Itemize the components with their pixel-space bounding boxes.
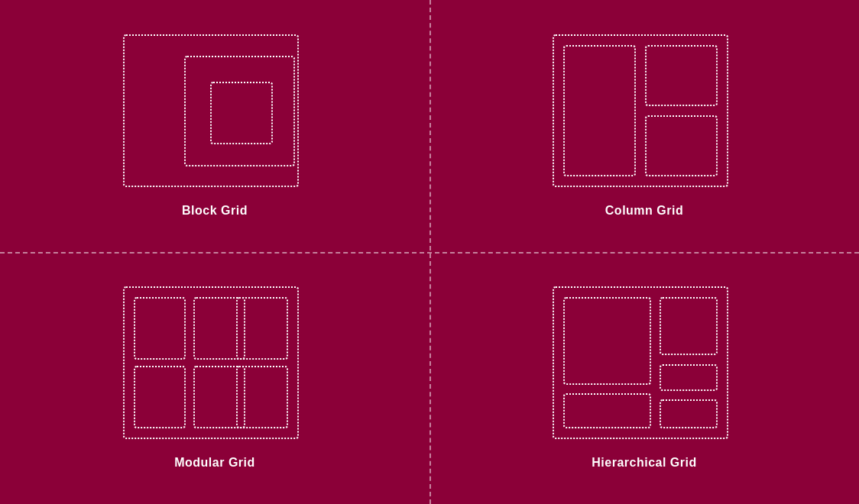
horizontal-divider <box>0 252 859 254</box>
column-grid-label: Column Grid <box>605 204 683 218</box>
hierarchical-grid-diagram <box>553 286 736 447</box>
hier-top-right <box>660 297 718 355</box>
block-grid-quadrant: Block Grid <box>0 0 430 252</box>
mod-r1c1 <box>134 297 186 360</box>
modular-grid-quadrant: Modular Grid <box>0 252 430 504</box>
col-right-top <box>645 45 718 106</box>
hierarchical-grid-label: Hierarchical Grid <box>592 456 696 470</box>
block-grid-diagram <box>123 34 306 195</box>
col-left <box>563 45 636 176</box>
modular-grid-label: Modular Grid <box>174 456 255 470</box>
mod-r2c3 <box>236 366 288 428</box>
hier-bottom-right-1 <box>660 364 718 391</box>
block-grid-label: Block Grid <box>182 204 248 218</box>
mod-r1c3 <box>236 297 288 360</box>
hierarchical-grid-quadrant: Hierarchical Grid <box>430 252 859 504</box>
column-grid-diagram <box>553 34 736 195</box>
hier-bottom-right-2 <box>660 399 718 428</box>
column-grid-quadrant: Column Grid <box>430 0 859 252</box>
col-right-bottom <box>645 115 718 176</box>
block-inner <box>210 82 273 144</box>
hier-big <box>563 297 651 385</box>
main-container: Block Grid Column Grid Modular Grid <box>0 0 859 504</box>
hier-bottom-left <box>563 393 651 428</box>
modular-grid-diagram <box>123 286 306 447</box>
mod-r2c1 <box>134 366 186 428</box>
